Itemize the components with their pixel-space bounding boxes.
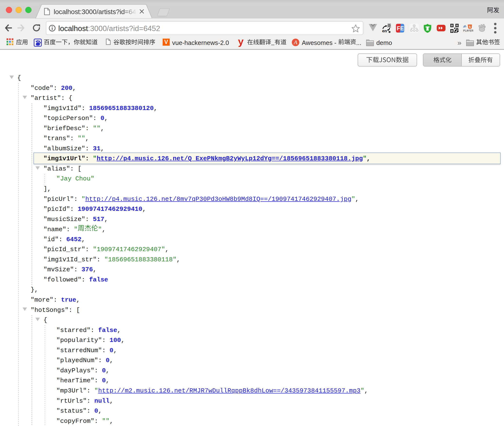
svg-text:PLAYER: PLAYER (463, 29, 473, 32)
svg-text:F: F (397, 25, 400, 32)
svg-text:5: 5 (469, 25, 471, 29)
svg-text:en: en (382, 29, 387, 33)
svg-text:E: E (400, 25, 404, 32)
